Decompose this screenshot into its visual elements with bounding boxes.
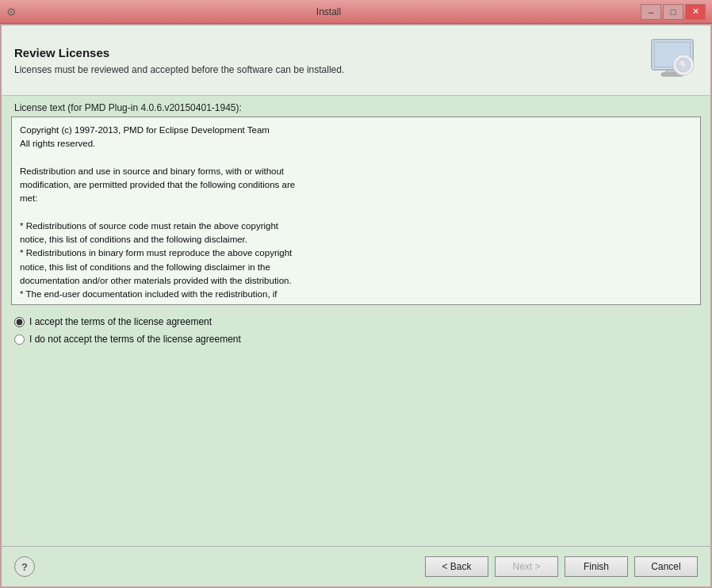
accept-radio-label: I accept the terms of the license agreem… — [29, 316, 212, 327]
decline-radio-label: I do not accept the terms of the license… — [29, 334, 241, 345]
footer-right: < Back Next > Finish Cancel — [425, 556, 698, 577]
back-button[interactable]: < Back — [425, 556, 488, 577]
close-button[interactable]: ✕ — [685, 4, 706, 20]
install-icon — [649, 38, 696, 82]
title-bar-controls: – □ ✕ — [641, 4, 706, 20]
decline-radio-option[interactable]: I do not accept the terms of the license… — [14, 334, 698, 345]
main-window: Review Licenses Licenses must be reviewe… — [0, 24, 712, 588]
title-bar: ⚙ Install – □ ✕ — [0, 0, 712, 24]
finish-button[interactable]: Finish — [565, 556, 628, 577]
help-button[interactable]: ? — [14, 556, 35, 577]
footer-left: ? — [14, 556, 35, 577]
decline-radio[interactable] — [14, 334, 25, 345]
accept-radio[interactable] — [14, 317, 25, 327]
minimize-button[interactable]: – — [641, 4, 661, 20]
spacer — [2, 359, 710, 546]
radio-section: I accept the terms of the license agreem… — [2, 305, 710, 359]
license-label: License text (for PMD Plug-in 4.0.6.v201… — [2, 96, 710, 116]
license-text[interactable]: Copyright (c) 1997-2013, PMD for Eclipse… — [12, 117, 700, 304]
footer: ? < Back Next > Finish Cancel — [2, 547, 710, 586]
title-bar-icon: ⚙ — [6, 6, 17, 18]
maximize-button[interactable]: □ — [663, 4, 683, 20]
license-area-wrapper: Copyright (c) 1997-2013, PMD for Eclipse… — [11, 116, 701, 305]
header-icon — [647, 35, 698, 86]
header-section: Review Licenses Licenses must be reviewe… — [2, 25, 710, 96]
header-subtitle: Licenses must be reviewed and accepted b… — [14, 64, 647, 75]
header-text: Review Licenses Licenses must be reviewe… — [14, 46, 647, 75]
header-title: Review Licenses — [14, 46, 647, 59]
title-bar-title: Install — [17, 6, 641, 17]
cancel-button[interactable]: Cancel — [634, 556, 698, 577]
next-button[interactable]: Next > — [495, 556, 558, 577]
accept-radio-option[interactable]: I accept the terms of the license agreem… — [14, 316, 698, 327]
